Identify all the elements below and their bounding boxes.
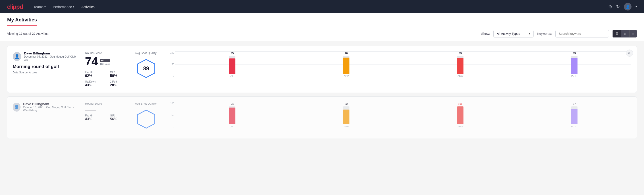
nav-right: ⊕ ↻ 👤 ▾	[608, 3, 637, 10]
bar-value-arg: 89	[459, 52, 462, 55]
bar-label-putt: PUTT	[571, 74, 578, 77]
show-label: Show:	[481, 32, 490, 36]
nav-activities[interactable]: Activities	[82, 3, 94, 10]
logo: clippd	[7, 3, 23, 10]
score-holes-1: 18 Holes	[100, 63, 110, 66]
bars-container-2: 94 OTT 82 APP	[175, 106, 631, 128]
view-grid-icon: ⊞	[624, 32, 626, 36]
bar-fill-arg	[457, 58, 464, 74]
stats-grid-2: FW Hit 43% GIR 56%	[85, 114, 130, 121]
filter-bar: Viewing 12 out of 29 Activities Show: Al…	[0, 26, 644, 41]
round-score-label-1: Round Score	[85, 51, 130, 55]
viewing-total: 29	[32, 32, 36, 36]
fw-hit-item-1: FW Hit 62%	[85, 71, 105, 78]
bar-label-putt-2: PUTT	[571, 125, 578, 128]
svg-marker-1	[138, 110, 155, 128]
bar-label-app-2: APP	[344, 125, 348, 128]
gir-value-2: 56%	[110, 117, 130, 121]
edit-button-1[interactable]: ✏	[626, 50, 633, 57]
view-list-dense-button[interactable]: ☰	[613, 30, 621, 37]
activity-card-1: 👤 Dave Billingham December 05, 2021 - Go…	[7, 46, 637, 93]
one-putt-item-1: 1 Putt 28%	[110, 80, 130, 87]
nav-performance[interactable]: Performance ▾	[53, 3, 74, 10]
search-input[interactable]	[556, 30, 609, 38]
view-grid-button[interactable]: ⊞	[621, 30, 630, 37]
score-detail-1: +4 18 Holes	[100, 59, 110, 66]
y-label-100-2: 100	[170, 102, 174, 105]
performance-chevron-icon: ▾	[73, 5, 74, 8]
bar-fill-putt	[571, 58, 578, 74]
grid-line-top	[175, 51, 631, 52]
card-stats-1: Round Score 74 +4 18 Holes FW Hit 62% GI…	[85, 51, 130, 87]
nav-teams[interactable]: Teams ▾	[34, 3, 46, 10]
y-label-0-1: 0	[173, 74, 174, 77]
bar-value-app: 90	[345, 52, 348, 55]
fw-hit-label-1: FW Hit	[85, 71, 105, 74]
user-avatar-1: 👤	[13, 52, 21, 61]
fw-hit-item-2: FW Hit 43%	[85, 114, 105, 121]
score-badge-1: +4	[100, 59, 110, 62]
data-source-1: Data Source: Arccos	[13, 71, 80, 74]
user-icon: 👤	[626, 5, 630, 9]
y-label-100-1: 100	[170, 51, 174, 54]
bar-group-putt-1: 89 PUTT	[517, 56, 631, 77]
user-date-1: December 05, 2021 - Gog Magog Golf Club …	[24, 55, 80, 61]
bar-track-app	[343, 56, 350, 74]
user-info-1: Dave Billingham December 05, 2021 - Gog …	[24, 51, 80, 61]
fw-hit-value-2: 43%	[85, 117, 105, 121]
stats-grid-1: FW Hit 62% GIR 50% Up/Down 43% 1 Putt 28…	[85, 71, 130, 87]
teams-chevron-icon: ▾	[44, 5, 46, 8]
one-putt-value-1: 28%	[110, 83, 130, 87]
bar-label-ott: OTT	[230, 74, 235, 77]
hexagon-value-1: 89	[143, 65, 149, 72]
bar-value-putt-2: 87	[573, 102, 576, 106]
score-dash-2	[85, 110, 96, 110]
bar-label-app: APP	[344, 74, 348, 77]
fw-hit-label-2: FW Hit	[85, 114, 105, 117]
hexagon-2	[136, 109, 156, 129]
score-row-2	[85, 106, 130, 110]
viewing-text: Viewing 12 out of 29 Activities	[7, 32, 478, 36]
bar-track-ott	[229, 56, 236, 74]
user-name-2: Dave Billingham	[23, 102, 80, 106]
user-info-2: Dave Billingham October 16, 2021 - Gog M…	[23, 102, 80, 112]
up-down-item-1: Up/Down 43%	[85, 80, 105, 87]
fw-hit-value-1: 62%	[85, 74, 105, 78]
user-name-1: Dave Billingham	[24, 51, 80, 55]
navbar: clippd Teams ▾ Performance ▾ Activities …	[0, 0, 644, 14]
hexagon-container-1: 89	[135, 57, 157, 80]
score-big-1: 74	[85, 56, 98, 67]
one-putt-label-1: 1 Putt	[110, 80, 130, 83]
activities-list: 👤 Dave Billingham December 05, 2021 - Go…	[0, 41, 644, 143]
activity-type-filter[interactable]: All Activity Types ▾	[494, 30, 534, 38]
y-label-50-1: 50	[172, 63, 174, 66]
page-header: My Activities	[0, 14, 644, 26]
gir-label-1: GIR	[110, 71, 130, 74]
gir-label-2: GIR	[110, 114, 130, 117]
user-avatar[interactable]: 👤	[624, 3, 632, 10]
bar-track-putt	[571, 56, 578, 74]
bar-track-arg	[457, 56, 464, 74]
view-list-icon: ≡	[632, 32, 634, 36]
add-icon[interactable]: ⊕	[608, 4, 612, 9]
card-left-1: 👤 Dave Billingham December 05, 2021 - Go…	[13, 51, 80, 74]
bar-group-app-2: 82 APP	[289, 106, 403, 128]
view-toggle: ☰ ⊞ ≡	[612, 30, 637, 38]
bar-label-ott-2: OTT	[230, 125, 235, 128]
user-date-2: October 16, 2021 - Gog Magog Golf Club -…	[23, 106, 80, 112]
refresh-icon[interactable]: ↻	[616, 4, 620, 9]
bar-label-arg: ARG	[458, 74, 463, 77]
view-list-dense-icon: ☰	[616, 32, 618, 36]
activity-title-1: Morning round of golf	[13, 64, 80, 69]
view-list-button[interactable]: ≡	[630, 30, 637, 37]
bar-fill-app	[343, 58, 350, 74]
viewing-count: 12	[19, 32, 22, 36]
bar-value-putt: 89	[573, 52, 576, 55]
up-down-value-1: 43%	[85, 83, 105, 87]
bar-group-putt-2: 87 PUTT	[517, 106, 631, 128]
bar-value-app-2: 82	[345, 102, 348, 106]
page-title: My Activities	[7, 17, 37, 26]
filter-chevron-icon: ▾	[529, 32, 530, 35]
user-menu-chevron-icon[interactable]: ▾	[636, 5, 637, 8]
avg-shot-quality-label-1: Avg Shot Quality	[135, 51, 157, 55]
